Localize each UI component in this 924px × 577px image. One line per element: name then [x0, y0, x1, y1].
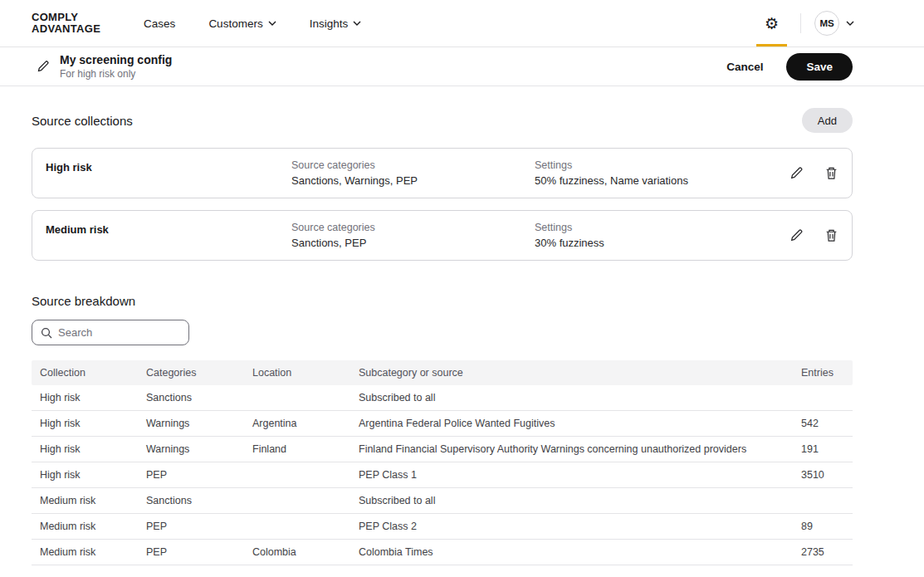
col-header-collection: Collection [32, 367, 138, 379]
card-actions [790, 228, 838, 242]
cell-subcategory: Finland Financial Supervisory Authority … [350, 443, 793, 455]
table-row: High risk PEP PEP Class 1 3510 [32, 462, 853, 488]
section-heading: Source collections [32, 114, 133, 128]
pencil-icon [790, 228, 804, 242]
gear-icon: ⚙ [765, 16, 779, 32]
source-breakdown-table: Collection Categories Location Subcatego… [32, 360, 853, 565]
edit-pencil-icon[interactable] [37, 60, 50, 73]
table-row: Medium risk Sanctions Subscribed to all [32, 488, 853, 514]
cell-entries: 89 [793, 521, 853, 532]
main-content: Source collections Add High risk Source … [0, 108, 924, 565]
field-value: Sanctions, PEP [291, 237, 535, 249]
cell-categories: PEP [138, 521, 244, 532]
header-actions: Cancel Save [726, 53, 853, 81]
collection-cards: High risk Source categories Sanctions, W… [32, 148, 853, 261]
cell-categories: PEP [138, 469, 244, 481]
cell-collection: High risk [32, 443, 138, 455]
cell-collection: High risk [32, 469, 138, 481]
edit-collection-button[interactable] [790, 228, 804, 242]
collection-categories: Source categories Sanctions, PEP [291, 222, 535, 249]
col-header-entries: Entries [793, 367, 853, 379]
col-header-subcategory: Subcategory or source [350, 367, 793, 379]
collection-settings: Settings 30% fuzziness [535, 222, 775, 249]
edit-collection-button[interactable] [790, 166, 804, 180]
col-header-categories: Categories [138, 367, 244, 379]
logo-line-2: ADVANTAGE [32, 23, 100, 35]
complyadvantage-logo[interactable]: COMPLY ADVANTAGE [32, 12, 100, 36]
cell-categories: PEP [138, 546, 244, 558]
collection-card: High risk Source categories Sanctions, W… [32, 148, 853, 198]
field-value: 50% fuzziness, Name variations [535, 174, 775, 187]
nav-item-customers[interactable]: Customers [192, 0, 292, 46]
field-label: Settings [535, 222, 775, 233]
table-row: High risk Warnings Argentina Argentina F… [32, 411, 853, 437]
cell-collection: High risk [32, 418, 138, 429]
table-header-row: Collection Categories Location Subcatego… [32, 360, 853, 385]
chevron-down-icon [846, 21, 854, 26]
nav-item-cases[interactable]: Cases [144, 0, 192, 46]
table-row: High risk Sanctions Subscribed to all [32, 385, 853, 411]
field-label: Source categories [291, 159, 535, 171]
delete-collection-button[interactable] [824, 166, 838, 180]
collection-categories: Source categories Sanctions, Warnings, P… [291, 159, 535, 187]
config-title-block: My screening config For high risk only [60, 53, 172, 80]
user-menu[interactable]: MS [814, 0, 854, 46]
nav-items: Cases Customers Insights [144, 0, 378, 46]
cell-entries: 191 [793, 443, 853, 455]
cell-categories: Sanctions [138, 392, 244, 403]
nav-item-label: Cases [144, 17, 175, 30]
cell-collection: Medium risk [32, 495, 138, 506]
search-box [32, 320, 189, 345]
nav-divider [800, 13, 801, 33]
pencil-icon [790, 166, 804, 180]
chevron-down-icon [268, 21, 276, 26]
cell-location: Finland [244, 443, 350, 455]
cell-location: Argentina [244, 418, 350, 429]
top-nav: COMPLY ADVANTAGE Cases Customers Insight… [0, 0, 924, 47]
collection-name: High risk [46, 159, 291, 174]
nav-item-label: Customers [208, 17, 262, 30]
card-actions [790, 166, 838, 180]
top-nav-right: ⚙ MS [756, 0, 854, 46]
cell-subcategory: PEP Class 1 [350, 469, 793, 481]
avatar: MS [814, 11, 839, 36]
cell-entries: 2735 [793, 546, 853, 558]
cell-collection: Medium risk [32, 521, 138, 532]
cell-location: Colombia [244, 546, 350, 558]
trash-icon [824, 166, 838, 180]
page-title: My screening config [60, 53, 172, 67]
chevron-down-icon [353, 21, 361, 26]
cell-categories: Sanctions [138, 495, 244, 506]
cell-categories: Warnings [138, 443, 244, 455]
cell-collection: High risk [32, 392, 138, 403]
table-row: Medium risk PEP PEP Class 2 89 [32, 514, 853, 540]
cell-subcategory: Subscribed to all [350, 392, 793, 403]
section-heading-breakdown: Source breakdown [32, 294, 853, 308]
cell-subcategory: Colombia Times [350, 546, 793, 558]
save-button[interactable]: Save [786, 53, 853, 81]
col-header-location: Location [244, 367, 350, 379]
table-row: High risk Warnings Finland Finland Finan… [32, 437, 853, 462]
field-label: Settings [535, 159, 775, 171]
collection-settings: Settings 50% fuzziness, Name variations [535, 159, 775, 187]
cell-categories: Warnings [138, 418, 244, 429]
cell-entries: 3510 [793, 469, 853, 481]
logo-line-1: COMPLY [32, 12, 100, 23]
source-collections-header: Source collections Add [32, 108, 853, 133]
cell-subcategory: Argentina Federal Police Wanted Fugitive… [350, 418, 793, 429]
add-collection-button[interactable]: Add [802, 108, 853, 133]
delete-collection-button[interactable] [824, 228, 838, 242]
cell-entries: 542 [793, 418, 853, 429]
cell-collection: Medium risk [32, 546, 138, 558]
trash-icon [824, 228, 838, 242]
cell-subcategory: PEP Class 2 [350, 521, 793, 532]
search-input[interactable] [58, 326, 180, 339]
field-value: 30% fuzziness [535, 237, 775, 249]
cancel-button[interactable]: Cancel [726, 61, 763, 73]
settings-button[interactable]: ⚙ [756, 0, 787, 46]
nav-item-insights[interactable]: Insights [293, 0, 379, 46]
nav-item-label: Insights [310, 17, 349, 30]
config-header: My screening config For high risk only C… [0, 47, 924, 86]
field-value: Sanctions, Warnings, PEP [291, 174, 535, 187]
page-subtitle: For high risk only [60, 68, 172, 80]
